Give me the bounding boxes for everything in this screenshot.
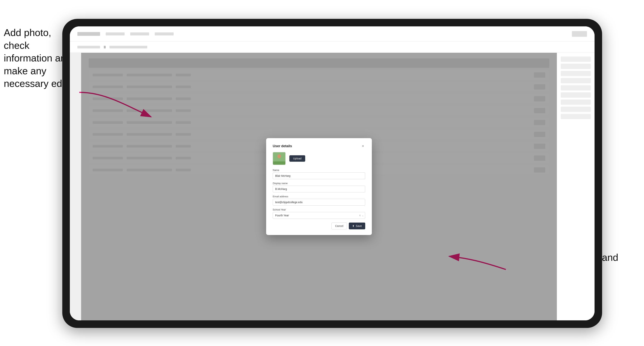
email-label: Email address (273, 195, 365, 198)
close-icon[interactable]: × (361, 144, 365, 148)
svg-rect-2 (273, 162, 286, 165)
tablet-frame: User details × (62, 19, 602, 328)
main-content: User details × (81, 53, 557, 320)
display-name-field-group: Display name (273, 182, 365, 192)
right-panel-item (561, 56, 591, 62)
name-input[interactable] (273, 173, 365, 179)
select-controls: × ⌄ (359, 214, 364, 217)
photo-section: Upload (273, 152, 365, 165)
nav-item-2 (130, 32, 149, 35)
email-input[interactable] (273, 199, 365, 206)
save-button[interactable]: ⬆ Save (349, 223, 365, 229)
right-panel-item (561, 71, 591, 76)
school-year-select[interactable]: Fourth Year First Year Second Year Third… (273, 212, 365, 219)
svg-point-1 (277, 154, 281, 158)
breadcrumb-2 (110, 46, 147, 48)
right-panel-item (561, 107, 591, 112)
modal-footer: Cancel ⬆ Save (273, 223, 365, 229)
app-background: User details × (70, 26, 594, 320)
nav-logo (78, 32, 100, 36)
breadcrumb-1 (78, 46, 100, 48)
nav-item-3 (155, 32, 174, 35)
school-year-label: School Year (273, 208, 365, 211)
display-name-input[interactable] (273, 186, 365, 192)
save-button-label: Save (356, 224, 362, 227)
modal-title: User details (273, 144, 292, 148)
user-details-modal: User details × (266, 138, 372, 235)
modal-overlay: User details × (81, 53, 557, 320)
modal-header: User details × (273, 144, 365, 148)
right-panel-item (561, 114, 591, 119)
tablet-screen: User details × (70, 26, 594, 320)
breadcrumb-sep (104, 46, 106, 48)
breadcrumb-bar (70, 41, 594, 53)
school-year-select-wrapper: Fourth Year First Year Second Year Third… (273, 212, 365, 219)
nav-bar (70, 26, 594, 41)
cancel-button[interactable]: Cancel (332, 223, 347, 229)
right-panel-item (561, 100, 591, 105)
email-field-group: Email address (273, 195, 365, 206)
upload-photo-button[interactable]: Upload (289, 155, 305, 162)
save-icon: ⬆ (352, 224, 354, 227)
sidebar (70, 53, 81, 320)
right-panel (557, 53, 594, 320)
avatar (273, 152, 286, 165)
right-panel-item (561, 64, 591, 69)
chevron-down-icon[interactable]: ⌄ (362, 214, 364, 217)
right-panel-item (561, 92, 591, 98)
school-year-field-group: School Year Fourth Year First Year Secon… (273, 208, 365, 219)
nav-action-btn (572, 31, 587, 37)
name-label: Name (273, 169, 365, 172)
display-name-label: Display name (273, 182, 365, 185)
nav-item-1 (106, 32, 124, 35)
right-panel-item (561, 85, 591, 90)
select-clear-icon[interactable]: × (359, 214, 361, 217)
content-area: User details × (70, 53, 594, 320)
name-field-group: Name (273, 169, 365, 179)
right-panel-item (561, 78, 591, 83)
